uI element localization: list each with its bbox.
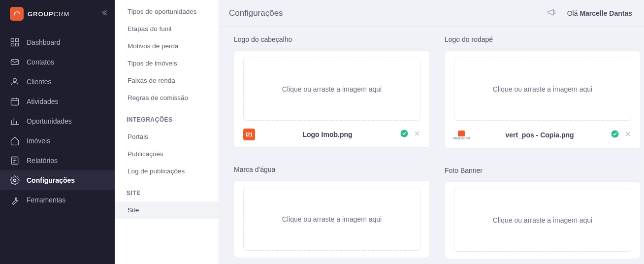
dropzone-banner[interactable]: Clique ou arraste a imagem aqui (454, 189, 631, 252)
sub-tipos-oportunidades[interactable]: Tipos de oportunidades (115, 3, 219, 20)
nav-ferramentas[interactable]: Ferramentas (0, 190, 115, 210)
house-icon (10, 136, 20, 146)
user-greeting[interactable]: Olá Marcelle Dantas (567, 9, 632, 17)
sub-tipos-imoveis[interactable]: Tipos de imóveis (115, 55, 219, 72)
svg-rect-1 (16, 39, 19, 42)
dropzone-footer-logo[interactable]: Clique ou arraste a imagem aqui (454, 58, 631, 121)
svg-point-8 (14, 179, 16, 182)
file-thumb-footer-logo: GROUPCRM (454, 129, 469, 141)
nav-configuracoes[interactable]: Configurações (0, 170, 115, 190)
brand-text: GROUPCRM (28, 10, 69, 18)
column-right: Logo do rodapé Clique ou arraste a image… (445, 32, 641, 264)
nav-label: Imóveis (27, 137, 50, 145)
nav-label: Ferramentas (27, 196, 65, 204)
label-footer-logo: Logo do rodapé (445, 35, 641, 43)
sub-regras-comissao[interactable]: Regras de comissão (115, 89, 219, 106)
sub-log-publicacoes[interactable]: Log de publicações (115, 163, 219, 180)
chevron-left-icon (100, 10, 108, 18)
card-watermark: Clique ou arraste a imagem aqui (234, 180, 430, 258)
brand-badge (10, 7, 24, 21)
sub-portais[interactable]: Portais (115, 128, 219, 145)
svg-point-5 (13, 78, 17, 82)
sub-etapas-funil[interactable]: Etapas do funil (115, 20, 219, 37)
sub-heading-integracoes: INTEGRAÇÕES (115, 106, 219, 128)
remove-icon[interactable] (414, 130, 420, 139)
svg-point-10 (612, 131, 619, 138)
mail-icon (10, 57, 20, 67)
svg-rect-3 (16, 43, 19, 46)
sidebar-collapse-button[interactable] (100, 9, 108, 19)
sidebar: GROUPCRM Dashboard Contatos Clientes (0, 0, 115, 264)
column-left: Logo do cabeçalho Clique ou arraste a im… (234, 32, 430, 264)
nav-label: Oportunidades (27, 117, 72, 125)
label-header-logo: Logo do cabeçalho (234, 35, 430, 43)
primary-nav: Dashboard Contatos Clientes Atividades O… (0, 33, 115, 210)
nav-atividades[interactable]: Atividades (0, 92, 115, 111)
nav-contatos[interactable]: Contatos (0, 52, 115, 72)
sub-publicacoes[interactable]: Publicações (115, 145, 219, 163)
nav-imoveis[interactable]: Imóveis (0, 131, 115, 151)
tools-icon (10, 195, 20, 205)
file-thumb-header-logo: i21 (243, 129, 255, 140)
file-actions (400, 129, 420, 140)
calendar-icon (10, 97, 20, 106)
user-icon (10, 77, 20, 87)
nav-label: Relatórios (27, 157, 58, 165)
remove-icon[interactable] (624, 131, 631, 139)
file-actions (611, 130, 631, 140)
nav-oportunidades[interactable]: Oportunidades (0, 111, 115, 131)
greeting-prefix: Olá (567, 9, 580, 17)
sub-motivos-perda[interactable]: Motivos de perda (115, 37, 219, 55)
label-banner: Foto Banner (445, 166, 641, 174)
nav-clientes[interactable]: Clientes (0, 72, 115, 92)
card-header-logo: Clique ou arraste a imagem aqui i21 Logo… (234, 50, 430, 148)
user-name: Marcelle Dantas (580, 9, 632, 17)
nav-label: Dashboard (27, 38, 61, 46)
content: Logo do cabeçalho Clique ou arraste a im… (219, 27, 644, 264)
svg-rect-6 (11, 99, 19, 105)
mini-thumb-label: GROUPCRM (452, 137, 470, 140)
nav-label: Clientes (27, 78, 52, 86)
sub-faixas-renda[interactable]: Faixas de renda (115, 72, 219, 89)
label-watermark: Marca d'água (234, 165, 430, 173)
brand-logo[interactable]: GROUPCRM (10, 7, 69, 21)
chart-icon (10, 116, 20, 126)
svg-point-9 (401, 130, 408, 137)
file-row-footer-logo: GROUPCRM vert_pos - Copia.png (454, 129, 631, 141)
dropzone-watermark[interactable]: Clique ou arraste a imagem aqui (243, 188, 420, 251)
sidebar-header: GROUPCRM (0, 7, 115, 33)
svg-rect-2 (11, 43, 14, 46)
nav-relatorios[interactable]: Relatórios (0, 151, 115, 170)
file-name-footer-logo: vert_pos - Copia.png (475, 131, 605, 139)
sub-heading-site: SITE (115, 180, 219, 201)
nav-label: Configurações (27, 176, 75, 184)
file-name-header-logo: Logo Imob.png (261, 131, 394, 138)
dropzone-header-logo[interactable]: Clique ou arraste a imagem aqui (243, 58, 420, 121)
card-footer-logo: Clique ou arraste a imagem aqui GROUPCRM… (445, 50, 641, 149)
topbar-right: Olá Marcelle Dantas (547, 7, 632, 19)
check-circle-icon (611, 130, 619, 140)
settings-submenu[interactable]: Tipos de oportunidades Etapas do funil M… (115, 0, 219, 264)
reports-icon (10, 156, 20, 165)
topbar: Configurações Olá Marcelle Dantas (219, 0, 644, 27)
svg-rect-4 (11, 60, 19, 65)
main-area: Configurações Olá Marcelle Dantas Logo d… (219, 0, 644, 264)
card-banner: Clique ou arraste a imagem aqui (445, 181, 641, 259)
megaphone-icon[interactable] (547, 7, 556, 19)
settings-icon (10, 175, 20, 185)
file-row-header-logo: i21 Logo Imob.png (243, 129, 420, 140)
nav-dashboard[interactable]: Dashboard (0, 33, 115, 52)
svg-rect-0 (11, 39, 14, 42)
nav-label: Contatos (27, 58, 54, 66)
nav-label: Atividades (27, 98, 59, 105)
page-title: Configurações (229, 8, 283, 18)
check-circle-icon (400, 129, 409, 140)
dashboard-icon (10, 37, 20, 47)
sub-site[interactable]: Site (115, 201, 219, 219)
